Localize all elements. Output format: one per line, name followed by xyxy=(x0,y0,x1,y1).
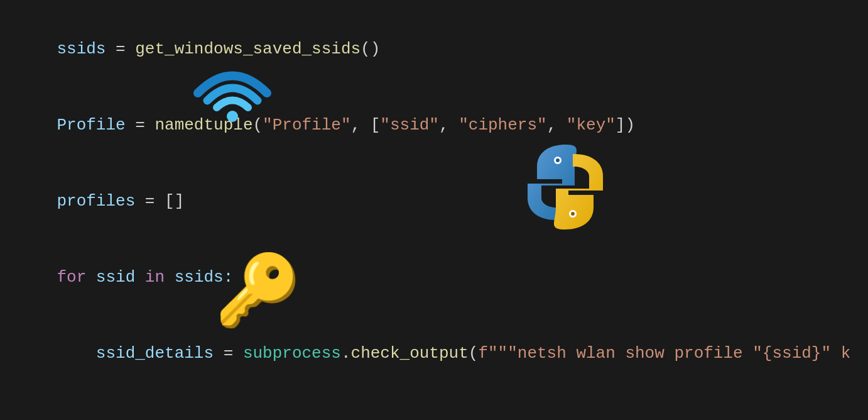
code-line-5: ssid_details = subprocess.check_output(f… xyxy=(18,316,868,392)
token: ssid_details xyxy=(96,344,214,363)
token: () xyxy=(361,40,380,58)
token: ]) xyxy=(616,116,635,135)
token: , xyxy=(547,116,567,135)
token: = xyxy=(214,344,243,363)
code-line-4: for ssid in ssids: xyxy=(18,240,868,316)
token: "ciphers" xyxy=(458,116,546,135)
token: for xyxy=(57,268,86,287)
token: check_output xyxy=(351,344,469,363)
token: = xyxy=(106,40,135,58)
token: ssids: xyxy=(165,268,233,287)
token xyxy=(57,344,95,363)
code-line-3: profiles = [] xyxy=(18,163,868,240)
token: subprocess xyxy=(243,344,341,363)
token: = xyxy=(126,116,155,135)
token: ( xyxy=(252,116,263,135)
code-line-2: Profile = namedtuple("Profile", ["ssid",… xyxy=(18,87,868,163)
token: Profile xyxy=(57,116,125,135)
token: "key" xyxy=(567,116,616,135)
token: get_windows_saved_ssids xyxy=(135,40,361,58)
code-line-1: ssids = get_windows_saved_ssids() xyxy=(18,11,868,87)
token: , [ xyxy=(351,116,381,135)
token: . xyxy=(341,344,351,363)
token: , xyxy=(439,116,458,135)
token: ( xyxy=(469,344,479,363)
token: in xyxy=(145,268,165,287)
token: ssid xyxy=(86,268,145,287)
token: ssids xyxy=(57,40,106,58)
token: f"""netsh wlan show profile "{ssid}" k xyxy=(478,344,850,363)
token: "Profile" xyxy=(263,116,350,135)
token: namedtuple xyxy=(155,116,252,135)
token: = [] xyxy=(135,192,184,211)
code-line-6: # get the ciphers xyxy=(18,391,868,420)
token: profiles xyxy=(57,192,135,211)
token: "ssid" xyxy=(380,116,439,135)
code-editor: ssids = get_windows_saved_ssids() Profil… xyxy=(0,0,868,420)
